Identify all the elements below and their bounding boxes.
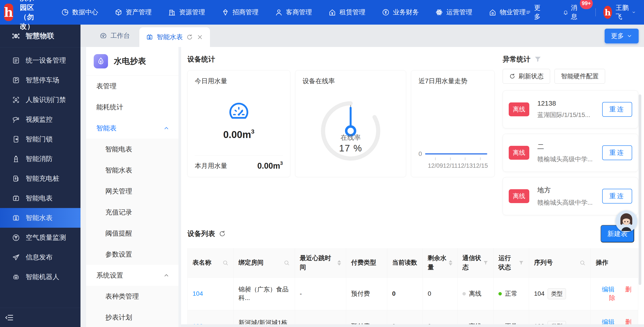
sidebar-item[interactable]: 信息发布 (0, 247, 80, 267)
sidebar-item[interactable]: 空气质量监测 (0, 228, 80, 247)
module-menu-item[interactable]: 参数设置 (86, 244, 178, 265)
filter-icon[interactable] (534, 56, 542, 63)
tabs-more-button[interactable]: 更多 (605, 29, 639, 44)
refresh-list-icon[interactable] (219, 230, 226, 237)
sidebar-item[interactable]: 视频监控 (0, 110, 80, 129)
reconnect-button[interactable]: 重连 (602, 102, 632, 117)
module-menu-item-label: 充值记录 (105, 208, 132, 217)
table-header-cell[interactable]: 当前读数 (387, 248, 422, 277)
table-header-cell[interactable]: 表名称 (188, 248, 234, 277)
sidebar-item[interactable]: 智能充电桩 (0, 169, 80, 188)
chevron-down-icon[interactable] (632, 9, 636, 16)
topnav-item[interactable]: 物业管理 (489, 8, 526, 17)
sort-icon[interactable] (449, 260, 452, 266)
module-menu-item[interactable]: 智能电表 (86, 139, 178, 160)
module-menu-item[interactable]: 表管理 (86, 76, 178, 96)
sidebar-item-label: 智慧停车场 (26, 76, 59, 85)
reconnect-button[interactable]: 重连 (602, 189, 632, 204)
close-tab-icon[interactable] (196, 34, 203, 40)
table-header-cell[interactable]: 通信状态 (457, 248, 493, 277)
tab-smart-water-meter[interactable]: 智能水表 (139, 27, 210, 47)
topnav-item-icon (382, 8, 390, 16)
sidebar-item[interactable]: 智能电表 (0, 188, 80, 208)
meter-name-link[interactable]: 104 (192, 290, 203, 297)
filter-icon[interactable] (483, 260, 488, 266)
refresh-status-button[interactable]: 刷新状态 (503, 69, 550, 84)
table-header-cell[interactable]: 最近心跳时间 (295, 248, 346, 277)
tab-workbench[interactable]: 工作台 (90, 24, 139, 47)
tabs-more-label: 更多 (611, 32, 624, 40)
table-header-cell[interactable]: 运行状态 (494, 248, 529, 277)
meter-gauge-icon (228, 101, 250, 122)
module-menu-item[interactable]: 网关管理 (86, 181, 178, 202)
topnav-item[interactable]: 招商管理 (222, 8, 258, 17)
abnormal-device-name: 12138 (537, 100, 602, 107)
search-icon[interactable] (580, 260, 586, 266)
module-menu-item-label: 参数设置 (105, 250, 132, 259)
normal-dot (498, 292, 502, 296)
messages-button[interactable]: 消息 99+ (563, 3, 580, 21)
module-menu-item[interactable]: 智能表 (86, 118, 178, 139)
topnav-item-label: 租赁管理 (340, 8, 366, 17)
topnav-item[interactable]: 运营管理 (435, 8, 472, 17)
online-rate-value: 17 % (302, 143, 399, 154)
topnav-item[interactable]: 数据中心 (61, 8, 98, 17)
filter-icon[interactable] (518, 260, 524, 266)
sidebar-item[interactable]: 智能门锁 (0, 129, 80, 149)
sidebar-item[interactable]: 智能水表 (0, 208, 80, 228)
sort-icon[interactable] (338, 260, 341, 266)
table-header-cell[interactable]: 操作 (591, 248, 638, 277)
search-icon[interactable] (284, 260, 290, 266)
topnav-item[interactable]: 资产管理 (115, 8, 152, 17)
module-menu-item[interactable]: 表种类管理 (86, 286, 178, 307)
topnav-item-label: 业务财务 (393, 8, 419, 17)
sidebar-item[interactable]: 智能消防 (0, 149, 80, 169)
module-menu-item[interactable]: 充值记录 (86, 202, 178, 223)
topnav-item[interactable]: 租赁管理 (328, 8, 366, 17)
user-avatar[interactable]: h (603, 6, 612, 19)
search-icon[interactable] (222, 260, 228, 266)
tab-bar: 工作台 智能水表 更多 (80, 24, 644, 47)
topnav-item[interactable]: 资源管理 (168, 8, 205, 17)
sidebar-item[interactable]: 统一设备管理 (0, 50, 80, 70)
topnav-menu: 数据中心 资产管理 资源管理 招商管理 客商管理 (61, 8, 526, 17)
table-header-row: 表名称 绑定房间 (188, 248, 638, 277)
table-header-cell[interactable]: 绑定房间 (234, 248, 295, 277)
stats-row: 设备统计 今日用水量 (188, 54, 638, 215)
collapse-sidebar-icon[interactable] (5, 313, 14, 322)
module-menu-item[interactable]: 能耗统计 (86, 96, 178, 118)
table-header-cell[interactable]: 序列号 (529, 248, 591, 277)
table-header-cell[interactable]: 付费类型 (346, 248, 387, 277)
module-menu: 表管理 能耗统计 智能表 智能电表 (86, 76, 178, 327)
user-name[interactable]: 王鹏飞 (616, 3, 628, 21)
online-rate-title: 设备在线率 (302, 77, 399, 86)
trend-x-axis: 12/09 12/11 (428, 158, 487, 169)
tick-mark (450, 158, 450, 160)
reconnect-button[interactable]: 重连 (602, 146, 632, 160)
abnormal-device-name: 地方 (537, 186, 602, 195)
horizontal-scrollbar[interactable] (181, 324, 644, 327)
module-menu-item[interactable]: 阈值提醒 (86, 223, 178, 244)
online-rate-gauge: 在线率 17 % (302, 86, 399, 171)
sidebar-item[interactable]: 智能机器人 (0, 267, 80, 287)
refresh-tab-icon[interactable] (186, 34, 193, 40)
assistant-avatar[interactable] (616, 210, 637, 232)
module-menu-item[interactable]: 抄表计划 (86, 307, 178, 327)
topnav-item[interactable]: 客商管理 (275, 8, 312, 17)
scrollbar[interactable] (639, 94, 641, 285)
park-name[interactable]: 演示园区（勿改） (20, 0, 39, 31)
module-menu-item[interactable]: 系统设置 (86, 265, 178, 286)
module-menu-item[interactable]: 智能水表 (86, 160, 178, 181)
chevron-up-icon (163, 272, 170, 278)
sidebar-item[interactable]: 人脸识别门禁 (0, 90, 80, 110)
topnav-more[interactable]: 更多 (526, 3, 543, 21)
edit-link[interactable]: 编辑 (602, 286, 614, 293)
brand-logo[interactable]: h (4, 4, 13, 21)
offline-status-badge: 离线 (509, 189, 529, 203)
tick-label: 12/15 (473, 162, 488, 169)
hardware-config-button[interactable]: 智能硬件配置 (554, 69, 605, 84)
abnormal-device-info: 地方 赣榆城头高级中学... (537, 186, 602, 207)
sidebar-item[interactable]: 智慧停车场 (0, 70, 80, 90)
table-header-cell[interactable]: 剩余水量 (422, 248, 457, 277)
topnav-item[interactable]: 业务财务 (382, 8, 419, 17)
